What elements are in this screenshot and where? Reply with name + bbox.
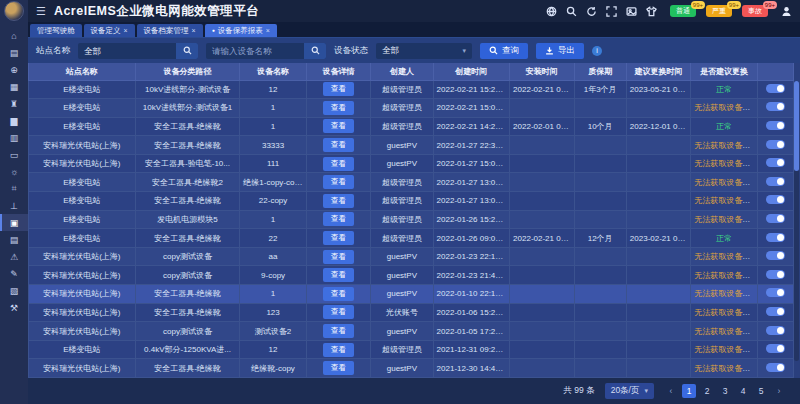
status-text: 无法获取设备到期信息 <box>694 252 757 261</box>
suggest-replace-toggle[interactable] <box>766 140 785 149</box>
sidebar-item-grid[interactable]: ⌗ <box>0 180 28 197</box>
sidebar-item-topology[interactable]: ⊥ <box>0 197 28 214</box>
view-button[interactable]: 查看 <box>323 212 354 226</box>
sidebar-item-document[interactable]: ▧ <box>0 282 28 299</box>
suggest-replace-toggle[interactable] <box>766 270 785 279</box>
sidebar-item-substation[interactable]: ♜ <box>0 95 28 112</box>
app-logo <box>4 1 24 21</box>
view-button[interactable]: 查看 <box>323 82 354 96</box>
view-button[interactable]: 查看 <box>323 157 354 171</box>
view-button[interactable]: 查看 <box>323 343 354 357</box>
suggest-replace-toggle[interactable] <box>766 121 785 130</box>
suggest-replace-toggle[interactable] <box>766 344 785 353</box>
query-button[interactable]: 查询 <box>480 43 528 59</box>
suggest-replace-toggle[interactable] <box>766 251 785 260</box>
tab-设备定义[interactable]: 设备定义× <box>84 24 135 37</box>
site-search-icon[interactable] <box>176 43 198 59</box>
search-icon[interactable] <box>566 6 577 17</box>
active-tab-dot-icon: ● <box>212 24 215 37</box>
warranty-cell <box>574 266 626 285</box>
view-button[interactable]: 查看 <box>323 194 354 208</box>
sidebar-item-monitor[interactable]: ▤ <box>0 44 28 61</box>
info-icon[interactable]: i <box>592 46 602 56</box>
view-button[interactable]: 查看 <box>323 175 354 189</box>
tab-设备档案管理[interactable]: 设备档案管理× <box>137 24 203 37</box>
sidebar-item-archive[interactable]: ▦ <box>0 78 28 95</box>
suggest-replace-toggle[interactable] <box>766 363 785 372</box>
sidebar-item-tools[interactable]: ⚒ <box>0 299 28 316</box>
tab-管理驾驶舱[interactable]: 管理驾驶舱 <box>30 24 82 37</box>
hamburger-menu-icon[interactable]: ☰ <box>36 5 46 18</box>
close-icon[interactable]: × <box>266 24 270 37</box>
view-button[interactable]: 查看 <box>323 101 354 115</box>
view-button[interactable]: 查看 <box>323 268 354 282</box>
export-button[interactable]: 导出 <box>536 43 584 59</box>
header-toolbar: 普通99+严重99+事故99+ <box>546 5 792 17</box>
view-button[interactable]: 查看 <box>323 138 354 152</box>
suggest-replace-toggle[interactable] <box>766 102 785 111</box>
suggest-replace-toggle[interactable] <box>766 214 785 223</box>
suggest-replace-toggle[interactable] <box>766 84 785 93</box>
suggest-replace-toggle[interactable] <box>766 307 785 316</box>
view-button[interactable]: 查看 <box>323 305 354 319</box>
suggest-replace-toggle[interactable] <box>766 177 785 186</box>
device-search-icon[interactable] <box>304 43 326 59</box>
device-name-input[interactable]: 请输入设备名称 <box>206 43 326 59</box>
alarm-badge-green[interactable]: 普通99+ <box>670 5 696 17</box>
view-button[interactable]: 查看 <box>323 324 354 338</box>
suggest-replace-toggle[interactable] <box>766 233 785 242</box>
alarm-badge-yellow[interactable]: 严重99+ <box>706 5 732 17</box>
close-icon[interactable]: × <box>124 24 128 37</box>
user-avatar-icon[interactable] <box>781 6 792 17</box>
page-button-3[interactable]: 3 <box>718 384 732 398</box>
sidebar-item-network[interactable]: ⊕ <box>0 61 28 78</box>
view-button[interactable]: 查看 <box>323 361 354 375</box>
table-row: E楼变电站发电机电源模块51查看超级管理员2022-01-26 15:29:57… <box>29 210 794 229</box>
refresh-icon[interactable] <box>586 6 597 17</box>
page-button-2[interactable]: 2 <box>700 384 714 398</box>
page-button-5[interactable]: 5 <box>754 384 768 398</box>
alarm-badge-red[interactable]: 事故99+ <box>742 5 768 17</box>
installed-cell <box>510 210 574 229</box>
sidebar-item-device-report[interactable]: ▣ <box>0 214 28 231</box>
sidebar-item-bar-chart[interactable]: ▆ <box>0 112 28 129</box>
toggle-cell <box>757 192 793 211</box>
theme-icon[interactable] <box>646 6 657 17</box>
view-button[interactable]: 查看 <box>323 119 354 133</box>
column-header <box>757 63 793 80</box>
scrollbar-thumb[interactable] <box>794 81 799 171</box>
view-button[interactable]: 查看 <box>323 250 354 264</box>
close-icon[interactable]: × <box>192 24 196 37</box>
installed-cell <box>510 247 574 266</box>
page-size-select[interactable]: 20条/页 ▾ <box>605 383 654 399</box>
suggest-replace-toggle[interactable] <box>766 326 785 335</box>
sidebar-item-table[interactable]: ▤ <box>0 231 28 248</box>
sidebar-item-energy[interactable]: ☼ <box>0 163 28 180</box>
suggest-replace-toggle[interactable] <box>766 158 785 167</box>
sidebar-item-report-chart[interactable]: ▥ <box>0 129 28 146</box>
page-button-4[interactable]: 4 <box>736 384 750 398</box>
tab-label: 设备定义 <box>91 24 121 37</box>
device-status-select[interactable]: 全部 ▾ <box>376 43 472 59</box>
view-button[interactable]: 查看 <box>323 287 354 301</box>
archive-icon: ▦ <box>10 82 19 92</box>
device-name-cell: 1 <box>240 210 306 229</box>
fullscreen-icon[interactable] <box>606 6 617 17</box>
next-page-button[interactable]: › <box>772 384 786 398</box>
app-title: AcrelEMS企业微电网能效管理平台 <box>54 3 259 20</box>
site-name-input[interactable]: 全部 <box>78 43 198 59</box>
suggest-replace-toggle[interactable] <box>766 288 785 297</box>
status-text: 无法获取设备到期信息 <box>694 141 757 150</box>
sidebar-item-edit[interactable]: ✎ <box>0 265 28 282</box>
view-button[interactable]: 查看 <box>323 231 354 245</box>
screenshot-icon[interactable] <box>626 6 637 17</box>
sidebar-item-alarm[interactable]: ⚠ <box>0 248 28 265</box>
suggest-replace-toggle[interactable] <box>766 195 785 204</box>
prev-page-button[interactable]: ‹ <box>664 384 678 398</box>
sidebar-item-screen[interactable]: ▭ <box>0 146 28 163</box>
language-icon[interactable] <box>546 6 557 17</box>
device-name-cell: 1 <box>240 99 306 118</box>
sidebar-item-home[interactable]: ⌂ <box>0 27 28 44</box>
page-button-1[interactable]: 1 <box>682 384 696 398</box>
tab-设备保养报表[interactable]: ●设备保养报表× <box>205 24 277 37</box>
